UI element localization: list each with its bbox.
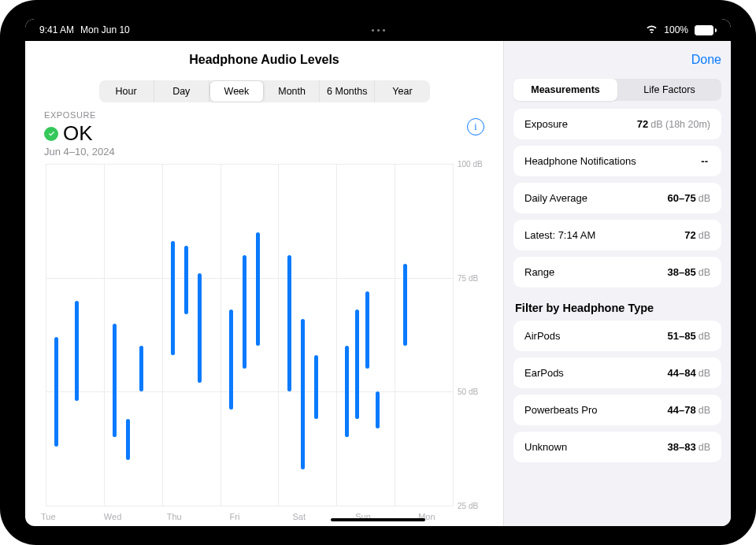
measure-card-3[interactable]: Latest: 7:14 AM72dB bbox=[513, 220, 721, 250]
card-value: 44–84dB bbox=[668, 367, 710, 379]
filter-title: Filter by Headphone Type bbox=[515, 302, 720, 314]
x-tick: Tue bbox=[41, 512, 56, 521]
chart-bar bbox=[229, 310, 233, 410]
card-label: Powerbeats Pro bbox=[524, 404, 598, 416]
chart-bar bbox=[75, 301, 79, 401]
y-tick: 50 dB bbox=[458, 387, 484, 396]
done-button[interactable]: Done bbox=[691, 53, 721, 67]
chart-bar bbox=[126, 419, 130, 460]
chart-bar bbox=[365, 291, 369, 369]
screen: 9:41 AM Mon Jun 10 100% Headphone Audio … bbox=[25, 19, 731, 526]
chart-bar bbox=[54, 337, 58, 447]
segment-year[interactable]: Year bbox=[375, 80, 429, 102]
x-tick: Wed bbox=[104, 512, 121, 521]
card-label: Headphone Notifications bbox=[524, 155, 636, 167]
segment-hour[interactable]: Hour bbox=[99, 80, 154, 102]
exposure-status: OK bbox=[63, 121, 93, 146]
time-range-segmented[interactable]: HourDayWeekMonth6 MonthsYear bbox=[99, 80, 430, 102]
card-value: 72dB bbox=[684, 229, 710, 241]
card-label: Latest: 7:14 AM bbox=[524, 229, 595, 241]
page-title: Headphone Audio Levels bbox=[189, 53, 339, 67]
segment-6months[interactable]: 6 Months bbox=[320, 80, 375, 102]
card-label: Unknown bbox=[524, 441, 567, 453]
x-tick: Sat bbox=[292, 512, 306, 521]
card-value: 38–85dB bbox=[668, 266, 710, 278]
status-bar: 9:41 AM Mon Jun 10 100% bbox=[25, 19, 731, 41]
chart-bar bbox=[345, 346, 349, 437]
status-ok-check-icon bbox=[44, 127, 58, 141]
chart-bar bbox=[139, 346, 143, 391]
sidebar-segmented[interactable]: MeasurementsLife Factors bbox=[513, 79, 721, 101]
y-tick: 25 dB bbox=[458, 502, 484, 510]
card-value: 72dB (18h 20m) bbox=[637, 118, 710, 130]
chart-bar bbox=[355, 310, 359, 419]
multitask-dots[interactable] bbox=[25, 19, 731, 41]
card-value: 51–85dB bbox=[668, 330, 710, 342]
sidebar: Done MeasurementsLife Factors Exposure72… bbox=[503, 41, 731, 526]
card-value: -- bbox=[701, 155, 710, 167]
measure-card-0[interactable]: Exposure72dB (18h 20m) bbox=[513, 109, 721, 139]
sidebar-segment-measurements[interactable]: Measurements bbox=[513, 79, 617, 101]
card-label: Daily Average bbox=[524, 192, 587, 204]
home-indicator[interactable] bbox=[331, 518, 425, 521]
card-label: Exposure bbox=[524, 118, 568, 130]
chart-bar bbox=[403, 264, 407, 346]
x-tick: Fri bbox=[230, 512, 240, 521]
sidebar-segment-life-factors[interactable]: Life Factors bbox=[617, 79, 721, 101]
chart-bar bbox=[256, 232, 260, 347]
card-label: Range bbox=[524, 266, 554, 278]
chart-bar bbox=[243, 255, 246, 369]
exposure-date-range: Jun 4–10, 2024 bbox=[44, 146, 115, 158]
card-value: 44–78dB bbox=[668, 404, 710, 416]
y-tick: 100 dB bbox=[458, 160, 484, 169]
segment-month[interactable]: Month bbox=[265, 80, 320, 102]
chart-bar bbox=[184, 246, 188, 314]
chart-bar bbox=[376, 391, 380, 428]
measure-card-1[interactable]: Headphone Notifications-- bbox=[513, 146, 721, 176]
card-value: 38–83dB bbox=[668, 441, 710, 453]
audio-level-chart: 25 dB50 dB75 dB100 dBTueWedThuFriSatSunM… bbox=[44, 164, 484, 521]
card-label: EarPods bbox=[524, 367, 564, 379]
filter-card-2[interactable]: Powerbeats Pro44–78dB bbox=[513, 395, 721, 425]
segment-day[interactable]: Day bbox=[154, 80, 209, 102]
card-value: 60–75dB bbox=[668, 192, 710, 204]
chart-bar bbox=[171, 241, 175, 355]
filter-card-0[interactable]: AirPods51–85dB bbox=[513, 321, 721, 351]
main-panel: Headphone Audio Levels HourDayWeekMonth6… bbox=[25, 41, 503, 526]
card-label: AirPods bbox=[524, 330, 561, 342]
device-frame: 9:41 AM Mon Jun 10 100% Headphone Audio … bbox=[0, 0, 756, 545]
filter-card-3[interactable]: Unknown38–83dB bbox=[513, 432, 721, 462]
measure-card-4[interactable]: Range38–85dB bbox=[513, 257, 721, 287]
chart-bar bbox=[314, 355, 318, 419]
chart-bar bbox=[113, 324, 117, 438]
y-tick: 75 dB bbox=[458, 273, 484, 282]
chart-bar bbox=[287, 255, 291, 392]
x-tick: Thu bbox=[167, 512, 182, 521]
measure-card-2[interactable]: Daily Average60–75dB bbox=[513, 183, 721, 213]
segment-week[interactable]: Week bbox=[209, 80, 265, 102]
info-icon[interactable]: i bbox=[467, 118, 484, 135]
chart-bar bbox=[301, 319, 305, 469]
exposure-label: EXPOSURE bbox=[44, 110, 115, 120]
chart-bar bbox=[198, 273, 202, 383]
filter-card-1[interactable]: EarPods44–84dB bbox=[513, 358, 721, 388]
